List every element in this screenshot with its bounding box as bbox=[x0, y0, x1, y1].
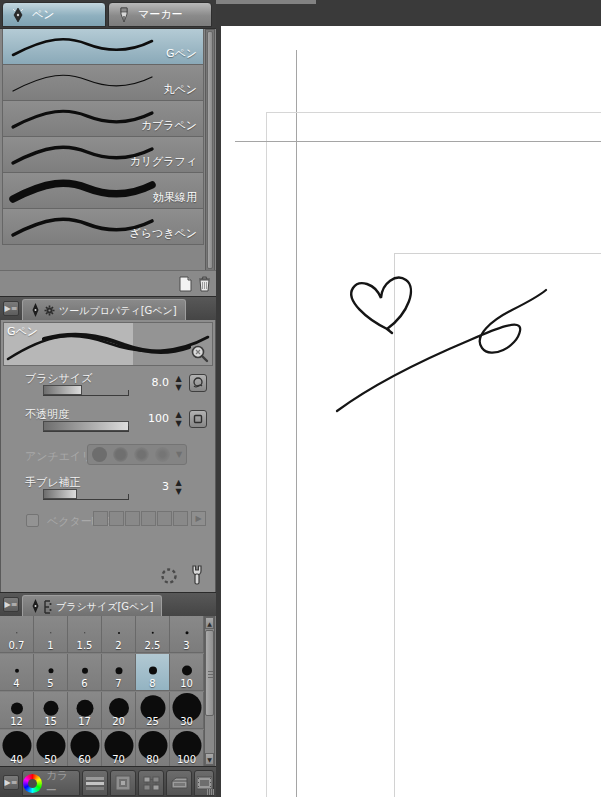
brush-size-cell-1.5[interactable]: 1.5 bbox=[68, 616, 102, 653]
palette-menu-button[interactable]: ▶≡ bbox=[3, 775, 19, 790]
reset-defaults-icon[interactable] bbox=[159, 566, 179, 586]
tool-property-tab[interactable]: ツールプロパティ[Gペン] bbox=[22, 299, 186, 321]
tab-material[interactable] bbox=[166, 770, 192, 796]
brush-size-label: ブラシサイズ bbox=[25, 371, 93, 386]
antialias-none-icon[interactable] bbox=[92, 447, 107, 462]
tab-approximate-color[interactable] bbox=[110, 770, 136, 796]
brush-preview-name: Gペン bbox=[7, 324, 38, 339]
brush-size-scrollbar[interactable]: ▲ ▼ bbox=[204, 616, 215, 766]
tab-marker[interactable]: マーカー bbox=[108, 2, 212, 27]
brush-size-slider[interactable] bbox=[43, 385, 129, 396]
scroll-up-icon[interactable]: ▲ bbox=[205, 617, 214, 629]
size-value: 1 bbox=[34, 640, 67, 651]
brush-size-cell-100[interactable]: 100 bbox=[170, 730, 204, 767]
new-sub-tool-icon[interactable] bbox=[178, 276, 193, 292]
antialias-dropdown-arrow[interactable]: ▼ bbox=[176, 450, 182, 459]
tab-color-slider[interactable] bbox=[82, 770, 108, 796]
size-dot bbox=[118, 631, 120, 633]
prop-row-stabilization: 手ブレ補正 3 ▲▼ bbox=[1, 472, 217, 508]
sub-tool-item-Gペン[interactable]: Gペン bbox=[2, 29, 204, 65]
brush-size-cell-0.7[interactable]: 0.7 bbox=[0, 616, 34, 653]
brush-stroke-preview bbox=[7, 31, 157, 61]
panel-resize-grip[interactable] bbox=[207, 789, 214, 795]
subtool-detail-icon[interactable] bbox=[190, 344, 209, 363]
antialias-weak-icon[interactable] bbox=[113, 447, 128, 462]
wrench-icon[interactable] bbox=[187, 564, 207, 586]
pen-nib-icon bbox=[31, 599, 40, 614]
brush-size-cell-7[interactable]: 7 bbox=[102, 654, 136, 691]
size-value: 3 bbox=[170, 640, 203, 651]
opacity-slider[interactable] bbox=[43, 421, 129, 432]
color-set-icon bbox=[143, 776, 160, 791]
opacity-value: 100 bbox=[135, 412, 169, 425]
brush-size-cell-3[interactable]: 3 bbox=[170, 616, 204, 653]
stabilization-slider[interactable] bbox=[43, 489, 129, 500]
brush-size-cell-10[interactable]: 10 bbox=[170, 654, 204, 691]
antialias-options[interactable]: ▼ bbox=[87, 444, 187, 465]
brush-size-cell-12[interactable]: 12 bbox=[0, 692, 34, 729]
sub-tool-item-効果線用[interactable]: 効果線用 bbox=[2, 173, 204, 209]
tab-pen-label: ペン bbox=[32, 7, 55, 22]
brush-preview[interactable]: Gペン bbox=[3, 322, 213, 366]
brush-size-cell-2[interactable]: 2 bbox=[102, 616, 136, 653]
brush-size-cell-20[interactable]: 20 bbox=[102, 692, 136, 729]
stabilization-spinner[interactable]: ▲▼ bbox=[173, 478, 184, 498]
brush-size-menu-button[interactable]: ▶≡ bbox=[3, 597, 19, 612]
size-dot bbox=[76, 699, 93, 716]
brush-size-cell-4[interactable]: 4 bbox=[0, 654, 34, 691]
tab-marker-label: マーカー bbox=[138, 7, 183, 22]
left-panel-column: ペン マーカー Gペン丸ペンカブラペンカリグラフィ効果線用ざらつきペン ▶≡ bbox=[0, 0, 216, 797]
sub-tool-label: ざらつきペン bbox=[129, 226, 197, 241]
tab-color-set[interactable] bbox=[138, 770, 164, 796]
brush-size-cell-25[interactable]: 25 bbox=[136, 692, 170, 729]
size-dot bbox=[50, 632, 51, 633]
scrollbar-thumb[interactable] bbox=[205, 630, 214, 716]
vector-snap-checkbox[interactable] bbox=[26, 514, 39, 527]
brush-size-cell-70[interactable]: 70 bbox=[102, 730, 136, 767]
opacity-dynamics-button[interactable] bbox=[189, 410, 207, 428]
size-value: 70 bbox=[102, 754, 135, 765]
canvas-area[interactable] bbox=[216, 0, 601, 797]
brush-size-cell-50[interactable]: 50 bbox=[34, 730, 68, 767]
pen-icon bbox=[11, 7, 25, 23]
pen-nib-icon bbox=[31, 303, 40, 318]
brush-size-cell-40[interactable]: 40 bbox=[0, 730, 34, 767]
delete-trash-icon[interactable] bbox=[197, 275, 212, 292]
sub-tool-label: 効果線用 bbox=[153, 190, 197, 205]
brush-size-cell-17[interactable]: 17 bbox=[68, 692, 102, 729]
brush-size-cell-15[interactable]: 15 bbox=[34, 692, 68, 729]
sub-tool-item-カリグラフィ[interactable]: カリグラフィ bbox=[2, 137, 204, 173]
brush-size-cell-5[interactable]: 5 bbox=[34, 654, 68, 691]
ink-drawing bbox=[216, 0, 601, 797]
brush-size-grid: 0.711.522.534567810121517202530405060708… bbox=[0, 616, 216, 766]
prop-row-vector-snap: ベクター吸着 ▶ bbox=[1, 508, 217, 538]
brush-size-cell-80[interactable]: 80 bbox=[136, 730, 170, 767]
brush-size-cell-1[interactable]: 1 bbox=[34, 616, 68, 653]
opacity-spinner[interactable]: ▲▼ bbox=[173, 410, 184, 430]
size-dot bbox=[48, 668, 53, 673]
sub-tool-item-カブラペン[interactable]: カブラペン bbox=[2, 101, 204, 137]
tool-property-panel: Gペン ブラシサイズ 8.0 ▲▼ bbox=[0, 320, 216, 592]
vector-snap-expand-arrow[interactable]: ▶ bbox=[191, 511, 206, 526]
square-icon bbox=[192, 413, 204, 425]
tab-pen[interactable]: ペン bbox=[2, 2, 106, 27]
scroll-down-icon[interactable]: ▼ bbox=[205, 753, 214, 765]
brush-size-cell-2.5[interactable]: 2.5 bbox=[136, 616, 170, 653]
antialias-medium-icon[interactable] bbox=[134, 447, 149, 462]
brush-size-cell-60[interactable]: 60 bbox=[68, 730, 102, 767]
brush-size-cell-6[interactable]: 6 bbox=[68, 654, 102, 691]
brush-size-cell-8[interactable]: 8 bbox=[136, 654, 170, 691]
sub-tool-item-丸ペン[interactable]: 丸ペン bbox=[2, 65, 204, 101]
vector-snap-levels[interactable] bbox=[93, 511, 188, 526]
sub-tool-scrollbar[interactable] bbox=[205, 29, 215, 271]
tool-property-menu-button[interactable]: ▶≡ bbox=[3, 301, 19, 316]
brush-size-cell-30[interactable]: 30 bbox=[170, 692, 204, 729]
tab-color-wheel[interactable]: カラー bbox=[22, 770, 80, 796]
brush-size-tab[interactable]: ブラシサイズ[Gペン] bbox=[22, 595, 162, 617]
color-slider-icon bbox=[86, 776, 104, 790]
brush-size-spinner[interactable]: ▲▼ bbox=[173, 374, 184, 394]
antialias-strong-icon[interactable] bbox=[155, 447, 170, 462]
gear-icon bbox=[44, 305, 55, 316]
brush-size-dynamics-button[interactable] bbox=[189, 374, 207, 392]
sub-tool-item-ざらつきペン[interactable]: ざらつきペン bbox=[2, 209, 204, 245]
